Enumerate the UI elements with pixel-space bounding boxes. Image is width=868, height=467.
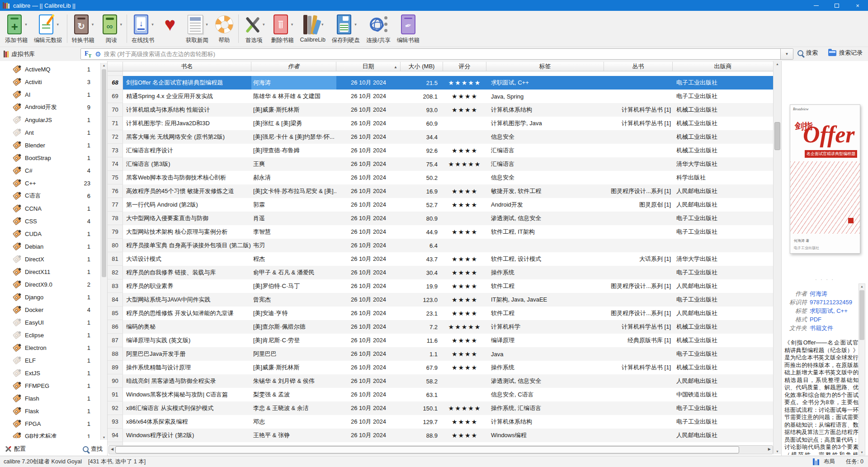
find-button[interactable]: 查找: [83, 445, 103, 453]
search-dropdown-button[interactable]: ▼: [780, 49, 793, 59]
dropdown-arrow-icon[interactable]: ▾: [151, 22, 154, 27]
table-row[interactable]: 85程序员的思维修炼 开发认知潜能的九堂课[美]安迪·亨特26 10月 2024…: [108, 307, 774, 320]
sidebar-item-FFMPEG[interactable]: FFMPEG1: [0, 379, 100, 392]
table-hscroll-thumb[interactable]: [115, 446, 739, 453]
table-row[interactable]: 69精通Spring 4.x 企业应用开发实战陈雄华 & 林开雄 & 文建国26…: [108, 90, 774, 103]
metadata-value-link[interactable]: 何海涛: [810, 289, 827, 298]
sidebar-item-Flash[interactable]: Flash1: [0, 392, 100, 405]
table-vertical-scrollbar[interactable]: ▲ ▼: [773, 61, 781, 454]
search-history-button[interactable]: 搜索记录: [828, 49, 863, 57]
table-row[interactable]: 94Windows程序设计 (第2版)王艳平 & 张铮26 10月 202488…: [108, 429, 774, 442]
table-row[interactable]: 91Windows黑客技术揭秘与攻防| C语言篇梨雯强 & 孟波26 10月 2…: [108, 388, 774, 401]
convert-books-button[interactable]: ▾转换书籍: [69, 11, 98, 47]
table-row[interactable]: 86编码的奥秘[美]查尔斯·佩措尔德26 10月 20247.2★★★★★计算机…: [108, 320, 774, 334]
gear-icon[interactable]: ⚙: [95, 50, 101, 58]
scroll-up-icon[interactable]: ▲: [859, 285, 865, 288]
sidebar-item-Android开发[interactable]: Android开发9: [0, 101, 100, 113]
sidebar-item-Ant[interactable]: Ant1: [0, 126, 100, 139]
table-row[interactable]: 82程序员的自我修养 链接、装载与库俞甲子 & 石凡 & 潘爱民26 10月 2…: [108, 266, 774, 279]
column-header-出版商[interactable]: 出版商: [673, 61, 774, 71]
sidebar-item-CSS[interactable]: CSS4: [0, 215, 100, 227]
metadata-value-link[interactable]: 书籍文件: [810, 324, 833, 332]
edit-book-button[interactable]: 编辑书籍: [394, 11, 423, 47]
layout-label[interactable]: 布局: [824, 458, 835, 466]
sidebar-item-FPGA[interactable]: FPGA1: [0, 417, 100, 430]
scroll-right-icon[interactable]: ▶: [768, 447, 771, 451]
sidebar-item-Docker[interactable]: Docker4: [0, 303, 100, 316]
table-row[interactable]: 73汇编语言程序设计[美]理查德·布鲁姆26 10月 202492.6★★★★汇…: [108, 144, 774, 157]
table-row[interactable]: 77第一行代码 Android (第2版)郭霖26 10月 202452.7★★…: [108, 198, 774, 212]
column-header-书名[interactable]: 书名: [123, 61, 251, 71]
search-button[interactable]: 搜索: [797, 49, 818, 57]
sidebar-item-CCNA[interactable]: CCNA1: [0, 202, 100, 215]
configure-button[interactable]: 配置: [5, 445, 26, 453]
table-row[interactable]: 95……26 10月 2024渗透测试, 信息安全电子工业出版社: [108, 442, 774, 445]
sidebar-item-DirectX9.0[interactable]: DirectX9.02: [0, 278, 100, 291]
table-vscroll-thumb[interactable]: [774, 122, 780, 150]
fetch-news-button[interactable]: ▾获取新闻: [183, 11, 212, 47]
scroll-left-icon[interactable]: ◀: [111, 447, 113, 451]
remove-books-button[interactable]: ▾删除书籍: [268, 11, 297, 47]
sidebar-item-BootStrap[interactable]: BootStrap1: [0, 151, 100, 164]
sidebar-item-Flask[interactable]: Flask1: [0, 405, 100, 417]
table-horizontal-scrollbar[interactable]: ◀ ▶: [108, 445, 773, 454]
column-header-作者[interactable]: 作者: [251, 61, 336, 71]
scroll-down-icon[interactable]: ▼: [774, 450, 781, 453]
table-row[interactable]: 74汇编语言 (第3版)王爽26 10月 202475.4★★★★★汇编语言清华…: [108, 157, 774, 171]
table-row[interactable]: 87编译原理与实践 (英文版)[美]肯尼斯·C·劳登26 10月 202411.…: [108, 334, 774, 347]
table-row[interactable]: 89操作系统精髓与设计原理[美]威廉·斯托林斯26 10月 202467.9★★…: [108, 361, 774, 374]
minimize-button[interactable]: [806, 0, 826, 11]
sidebar-item-Debian[interactable]: Debian1: [0, 240, 100, 253]
table-row[interactable]: 80程序员接单宝典 自身高手谈接外包项目 (第二版)韦刃26 10月 20246…: [108, 239, 774, 252]
table-row[interactable]: 88阿里巴巴Java开发手册阿里巴巴26 10月 20241.1★★★★Java…: [108, 347, 774, 361]
help-button[interactable]: 帮助: [212, 11, 237, 47]
column-header-标签[interactable]: 标签: [486, 61, 604, 71]
table-row[interactable]: 84大型网站系统与JAVA中间件实践曾宪杰26 10月 2024123.0★★★…: [108, 293, 774, 307]
sidebar-item-AI[interactable]: AI1: [0, 88, 100, 101]
metadata-value-link[interactable]: 9787121232459: [810, 298, 852, 307]
sidebar-item-Electron[interactable]: Electron1: [0, 341, 100, 354]
sidebar-item-C语言[interactable]: C语言6: [0, 189, 100, 202]
column-header-评分[interactable]: 评分: [443, 61, 486, 71]
sidebar-item-Django[interactable]: Django1: [0, 291, 100, 303]
scroll-up-icon[interactable]: ▲: [101, 64, 107, 67]
sidebar-item-DirectX[interactable]: DirectX1: [0, 253, 100, 265]
table-row[interactable]: 81大话设计模式程杰26 10月 202443.7★★★★软件工程, 设计模式大…: [108, 252, 774, 266]
metadata-value-link[interactable]: 求职面试, C++: [810, 307, 848, 315]
add-books-button[interactable]: ▾添加书籍: [2, 11, 31, 47]
sidebar-scrollbar-thumb[interactable]: [102, 69, 106, 277]
table-row[interactable]: 68剑指Offer 名企面试官精讲典型编程题何海涛26 10月 202421.5…: [108, 76, 774, 90]
dropdown-arrow-icon[interactable]: ▾: [120, 22, 123, 27]
scroll-up-icon[interactable]: ▲: [774, 62, 781, 66]
dropdown-arrow-icon[interactable]: ▾: [57, 22, 59, 27]
sidebar-item-ActiveMQ[interactable]: ActiveMQ1: [0, 63, 100, 75]
table-row[interactable]: 78大中型网络入侵要案直击与防御肖遥26 10月 202480.9渗透测试, 信…: [108, 212, 774, 225]
sidebar-item-CUDA[interactable]: CUDA1: [0, 227, 100, 240]
column-header-日期[interactable]: 日期▲: [336, 61, 401, 71]
table-row[interactable]: 76高效程序员的45个习惯 敏捷开发修炼之道[美]文卡特·苏布拉马尼安 & [美…: [108, 184, 774, 198]
sidebar-item-Eclipse[interactable]: Eclipse1: [0, 329, 100, 341]
edit-metadata-button[interactable]: ▾编辑元数据: [31, 11, 66, 47]
table-row[interactable]: 72黑客大曝光 无线网络安全 (原书第2版)[美]强尼·卡什 & [美]约瑟华·…: [108, 130, 774, 144]
scroll-down-icon[interactable]: ▼: [859, 451, 865, 454]
dropdown-arrow-icon[interactable]: ▾: [25, 22, 27, 27]
dropdown-arrow-icon[interactable]: ▾: [321, 22, 324, 27]
jobs-indicator[interactable]: 任务: 0: [846, 458, 863, 466]
details-scrollbar-thumb[interactable]: [859, 290, 864, 340]
column-header-丛书[interactable]: 丛书: [604, 61, 673, 71]
metadata-value-link[interactable]: PDF: [810, 315, 821, 324]
sidebar-item-Blender[interactable]: Blender1: [0, 139, 100, 151]
close-button[interactable]: ×: [847, 0, 868, 11]
sidebar-item-EasyUI[interactable]: EasyUI1: [0, 316, 100, 329]
maximize-button[interactable]: [826, 0, 847, 11]
table-row[interactable]: 90暗战亮剑 黑客渗透与防御全程实录朱锡华 & 刘月铧 & 侯伟26 10月 2…: [108, 374, 774, 388]
table-row[interactable]: 67……26 10月 2024★★★★: [108, 71, 774, 76]
table-row[interactable]: 92x86汇编语言 从实模式到保护模式李忠 & 王晓波 & 余洁26 10月 2…: [108, 401, 774, 415]
details-scrollbar[interactable]: ▲ ▼: [859, 283, 865, 455]
sidebar-item-C#[interactable]: C#4: [0, 164, 100, 177]
sidebar-item-GB技术标准[interactable]: GB技术标准1: [0, 430, 100, 438]
get-books-button[interactable]: ▾在线找书: [128, 11, 157, 47]
sidebar-item-ELF[interactable]: ELF1: [0, 354, 100, 367]
scroll-down-icon[interactable]: ▼: [101, 436, 107, 439]
dropdown-arrow-icon[interactable]: ▾: [263, 22, 265, 27]
